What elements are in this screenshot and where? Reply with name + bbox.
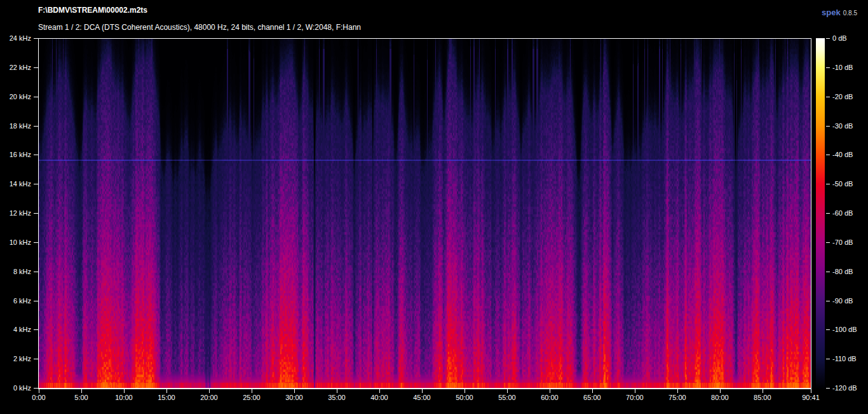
db-tick-mark <box>826 155 830 155</box>
db-tick-mark <box>826 388 830 389</box>
freq-tick-label: 6 kHz <box>2 297 31 305</box>
time-tick-label: 45:00 <box>413 394 431 401</box>
freq-tick-label: 14 kHz <box>2 180 31 188</box>
time-tick-label: 85:00 <box>754 394 771 401</box>
time-tick-label: 90:41 <box>802 394 820 401</box>
db-tick-label: -120 dB <box>832 384 857 392</box>
freq-tick-label: 22 kHz <box>2 64 31 71</box>
db-tick-mark <box>826 184 830 184</box>
time-tick-mark <box>465 389 465 393</box>
time-tick-mark <box>166 389 167 393</box>
time-tick-label: 15:00 <box>158 394 175 401</box>
time-tick-label: 35:00 <box>328 394 346 401</box>
freq-tick-label: 4 kHz <box>2 326 31 333</box>
db-tick-label: -90 dB <box>832 297 853 305</box>
db-tick-label: 0 dB <box>832 34 847 42</box>
time-tick-mark <box>39 389 39 393</box>
freq-tick-mark <box>34 67 38 68</box>
time-tick-mark <box>811 389 811 393</box>
db-tick-mark <box>826 359 830 359</box>
time-tick-label: 65:00 <box>583 394 601 401</box>
db-tick-mark <box>826 301 830 301</box>
plot-border-line <box>38 388 811 389</box>
time-tick-label: 10:00 <box>115 394 133 401</box>
time-tick-mark <box>337 389 337 393</box>
time-tick-mark <box>635 389 635 393</box>
freq-tick-label: 10 kHz <box>2 238 31 246</box>
time-tick-mark <box>294 389 295 393</box>
db-tick-label: -20 dB <box>832 93 853 100</box>
freq-tick-mark <box>34 97 38 97</box>
time-tick-mark <box>507 389 508 393</box>
freq-tick-mark <box>34 155 38 155</box>
freq-tick-label: 24 kHz <box>2 34 31 42</box>
freq-tick-mark <box>34 213 38 214</box>
freq-tick-mark <box>34 359 38 359</box>
time-tick-mark <box>81 389 82 393</box>
time-tick-mark <box>720 389 721 393</box>
plot-border-line <box>38 38 39 389</box>
freq-tick-label: 12 kHz <box>2 209 31 217</box>
time-tick-mark <box>550 389 550 393</box>
file-path: F:\BDMV\STREAM\00002.m2ts <box>38 6 147 15</box>
time-tick-label: 30:00 <box>285 394 303 401</box>
freq-tick-mark <box>34 184 38 184</box>
db-tick-label: -100 dB <box>832 326 857 333</box>
db-tick-mark <box>826 38 830 39</box>
db-tick-mark <box>826 126 830 127</box>
db-tick-mark <box>826 329 830 330</box>
db-tick-mark <box>826 213 830 214</box>
time-tick-label: 70:00 <box>626 394 644 401</box>
time-tick-mark <box>379 389 380 393</box>
time-tick-label: 40:00 <box>370 394 388 401</box>
db-tick-label: -70 dB <box>832 238 853 246</box>
time-tick-label: 50:00 <box>456 394 473 401</box>
db-tick-label: -80 dB <box>832 268 853 275</box>
time-tick-label: 60:00 <box>541 394 559 401</box>
time-tick-label: 0:00 <box>32 394 45 401</box>
time-tick-mark <box>422 389 423 393</box>
db-tick-mark <box>826 67 830 68</box>
db-tick-label: -10 dB <box>832 64 853 71</box>
time-tick-label: 20:00 <box>200 394 218 401</box>
freq-tick-mark <box>34 272 38 272</box>
db-tick-label: -110 dB <box>832 355 857 362</box>
freq-tick-label: 16 kHz <box>2 151 31 158</box>
freq-tick-mark <box>34 301 38 301</box>
time-tick-label: 75:00 <box>668 394 686 401</box>
freq-tick-mark <box>34 329 38 330</box>
db-tick-label: -50 dB <box>832 180 853 188</box>
db-tick-label: -30 dB <box>832 122 853 130</box>
time-tick-mark <box>592 389 593 393</box>
freq-tick-label: 2 kHz <box>2 355 31 362</box>
time-tick-mark <box>763 389 763 393</box>
freq-tick-mark <box>34 126 38 127</box>
stream-info: Stream 1 / 2: DCA (DTS Coherent Acoustic… <box>38 23 361 32</box>
app-name: spek <box>822 8 841 17</box>
spectrogram-canvas <box>39 39 811 388</box>
freq-tick-mark <box>34 38 38 39</box>
db-tick-label: -60 dB <box>832 209 853 217</box>
freq-tick-label: 18 kHz <box>2 122 31 130</box>
plot-border-line <box>38 38 811 39</box>
time-tick-label: 5:00 <box>74 394 88 401</box>
freq-tick-mark <box>34 242 38 243</box>
db-tick-mark <box>826 97 830 97</box>
freq-tick-mark <box>34 388 38 389</box>
db-colorbar <box>816 38 825 389</box>
plot-border-line <box>811 38 811 389</box>
time-tick-mark <box>677 389 678 393</box>
spek-window: F:\BDMV\STREAM\00002.m2ts Stream 1 / 2: … <box>0 0 868 414</box>
freq-tick-label: 0 kHz <box>2 384 31 392</box>
app-version: 0.8.5 <box>843 10 857 17</box>
time-tick-label: 80:00 <box>711 394 729 401</box>
freq-tick-label: 20 kHz <box>2 93 31 100</box>
db-tick-label: -40 dB <box>832 151 853 158</box>
db-tick-mark <box>826 242 830 243</box>
time-tick-mark <box>209 389 210 393</box>
freq-tick-label: 8 kHz <box>2 268 31 275</box>
time-tick-label: 55:00 <box>498 394 516 401</box>
db-tick-mark <box>826 272 830 272</box>
time-tick-label: 25:00 <box>243 394 261 401</box>
app-badge: spek0.8.5 <box>822 6 857 18</box>
